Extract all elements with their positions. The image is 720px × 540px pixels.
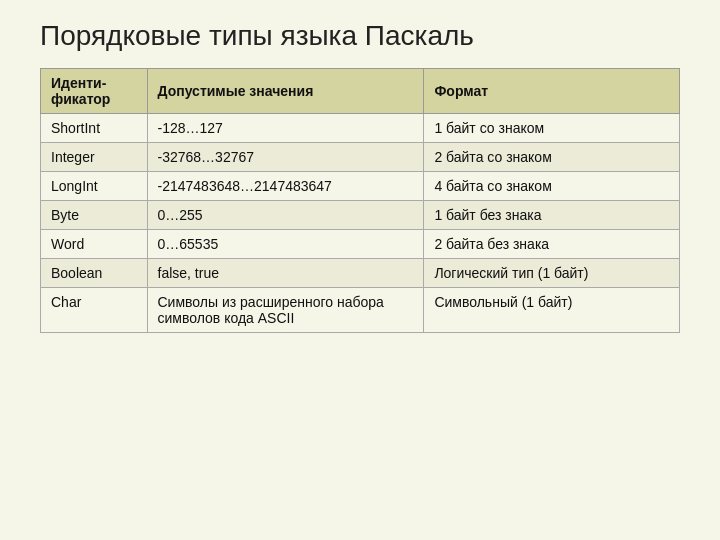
cell-id: Boolean bbox=[41, 259, 148, 288]
table-row: ShortInt-128…1271 байт со знаком bbox=[41, 114, 680, 143]
table-row: Byte0…2551 байт без знака bbox=[41, 201, 680, 230]
header-format: Формат bbox=[424, 69, 680, 114]
cell-id: Word bbox=[41, 230, 148, 259]
cell-format: 2 байта без знака bbox=[424, 230, 680, 259]
cell-values: -32768…32767 bbox=[147, 143, 424, 172]
cell-id: ShortInt bbox=[41, 114, 148, 143]
cell-format: 1 байт со знаком bbox=[424, 114, 680, 143]
cell-values: false, true bbox=[147, 259, 424, 288]
cell-id: Integer bbox=[41, 143, 148, 172]
pascal-types-table: Иден­ти­фикатор Допустимые значения Форм… bbox=[40, 68, 680, 333]
page-title: Порядковые типы языка Паскаль bbox=[40, 20, 680, 52]
cell-id: Char bbox=[41, 288, 148, 333]
cell-id: Byte bbox=[41, 201, 148, 230]
table-row: Word0…655352 байта без знака bbox=[41, 230, 680, 259]
cell-values: 0…65535 bbox=[147, 230, 424, 259]
cell-values: 0…255 bbox=[147, 201, 424, 230]
cell-values: -2147483648…2147483647 bbox=[147, 172, 424, 201]
header-values: Допустимые значения bbox=[147, 69, 424, 114]
cell-format: Логический тип (1 байт) bbox=[424, 259, 680, 288]
table-row: Booleanfalse, trueЛогический тип (1 байт… bbox=[41, 259, 680, 288]
cell-format: 1 байт без знака bbox=[424, 201, 680, 230]
table-row: LongInt-2147483648…21474836474 байта со … bbox=[41, 172, 680, 201]
cell-format: Символьный (1 байт) bbox=[424, 288, 680, 333]
table-row: Integer-32768…327672 байта со знаком bbox=[41, 143, 680, 172]
cell-format: 2 байта со знаком bbox=[424, 143, 680, 172]
cell-values: -128…127 bbox=[147, 114, 424, 143]
header-id: Иден­ти­фикатор bbox=[41, 69, 148, 114]
table-header-row: Иден­ти­фикатор Допустимые значения Форм… bbox=[41, 69, 680, 114]
cell-format: 4 байта со знаком bbox=[424, 172, 680, 201]
cell-values: Символы из расширенного набора символов … bbox=[147, 288, 424, 333]
cell-id: LongInt bbox=[41, 172, 148, 201]
table-row: CharСимволы из расширенного набора симво… bbox=[41, 288, 680, 333]
